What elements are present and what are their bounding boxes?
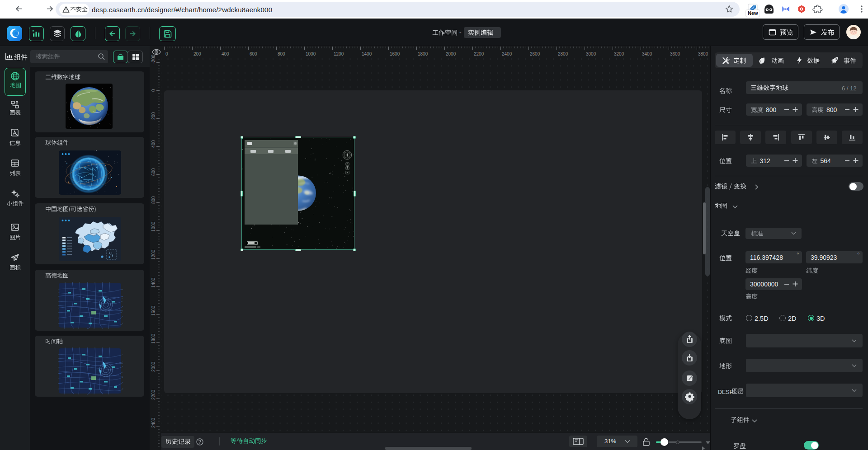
svg-text:1800: 1800	[418, 52, 428, 56]
svg-text:2200: 2200	[474, 52, 484, 56]
svg-text:3400: 3400	[642, 52, 652, 56]
svg-text:400: 400	[222, 52, 229, 56]
svg-text:1800: 1800	[151, 333, 156, 344]
svg-text:2600: 2600	[530, 52, 540, 56]
svg-text:2400: 2400	[151, 417, 156, 428]
svg-text:200: 200	[151, 112, 156, 120]
svg-text:1400: 1400	[362, 52, 372, 56]
svg-text:-200: -200	[151, 55, 156, 64]
svg-text:0: 0	[151, 89, 156, 92]
svg-text:1000: 1000	[151, 221, 156, 232]
svg-text:600: 600	[250, 52, 257, 56]
svg-text:2000: 2000	[446, 52, 456, 56]
svg-text:2200: 2200	[151, 389, 156, 400]
svg-text:2800: 2800	[558, 52, 568, 56]
svg-text:400: 400	[151, 140, 156, 148]
svg-text:800: 800	[151, 196, 156, 204]
svg-text:800: 800	[278, 52, 285, 56]
svg-text:3600: 3600	[670, 52, 680, 56]
svg-text:3000: 3000	[586, 52, 596, 56]
svg-text:2000: 2000	[151, 361, 156, 372]
svg-text:1000: 1000	[306, 52, 316, 56]
svg-text:1600: 1600	[390, 52, 400, 56]
svg-text:1200: 1200	[151, 249, 156, 260]
svg-text:3800: 3800	[698, 52, 708, 56]
svg-text:1200: 1200	[334, 52, 344, 56]
svg-text:600: 600	[151, 168, 156, 176]
svg-text:200: 200	[193, 52, 201, 56]
svg-text:1400: 1400	[151, 277, 156, 288]
svg-text:0: 0	[165, 52, 168, 56]
svg-text:2400: 2400	[502, 52, 512, 56]
svg-text:3200: 3200	[614, 52, 624, 56]
svg-text:1600: 1600	[151, 305, 156, 316]
